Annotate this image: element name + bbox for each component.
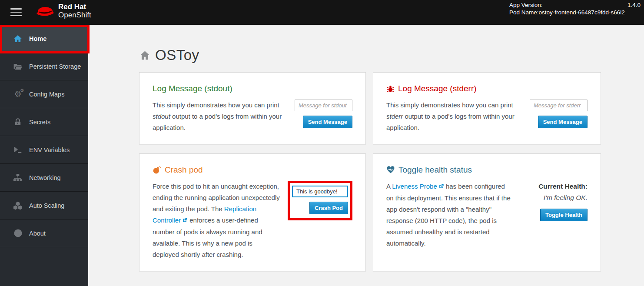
terminal-icon xyxy=(12,145,24,155)
card-title-text: Log Message (stderr) xyxy=(398,84,477,93)
card-title-crash: Crash pod xyxy=(153,165,352,175)
stderr-controls: Send Message xyxy=(530,100,588,133)
card-title-text: Toggle health status xyxy=(398,165,472,175)
sidebar-item-config-maps[interactable]: ⚙⚙ Config Maps xyxy=(0,80,88,108)
current-health-value: I'm feeling OK. xyxy=(544,192,588,203)
crash-message-input[interactable] xyxy=(292,186,348,197)
sidebar-item-label: ENV Variables xyxy=(29,146,70,153)
health-status-panel: Current Health: I'm feeling OK. Toggle H… xyxy=(521,181,588,249)
crash-pod-button[interactable]: Crash Pod xyxy=(309,202,348,214)
header-app-info: App Version: 1.4.0 Pod Name:ostoy-fronte… xyxy=(509,1,641,16)
current-health-label: Current Health: xyxy=(538,181,588,192)
info-circle-icon xyxy=(12,229,24,238)
hamburger-menu-icon[interactable] xyxy=(10,8,22,16)
card-log-stdout: Log Message (stdout) This simply demonst… xyxy=(139,72,366,144)
cubes-icon xyxy=(12,201,24,210)
home-icon xyxy=(12,34,24,43)
card-body-text: Force this pod to hit an uncaught except… xyxy=(153,181,288,260)
redhat-fedora-icon xyxy=(35,4,54,18)
bug-icon xyxy=(386,85,395,93)
sitemap-icon xyxy=(12,173,24,183)
app-version-value: 1.4.0 xyxy=(627,1,641,9)
home-icon xyxy=(139,50,151,61)
toggle-health-button[interactable]: Toggle Health xyxy=(540,209,588,221)
main-content: OSToy Log Message (stdout) This simply d… xyxy=(88,25,644,286)
body-segment: This simply demonstrates how you can pri… xyxy=(386,101,513,109)
send-stderr-button[interactable]: Send Message xyxy=(538,116,588,128)
stderr-message-input[interactable] xyxy=(530,100,588,111)
body-emphasis: stdout xyxy=(153,113,170,120)
sidebar-item-auto-scaling[interactable]: Auto Scaling xyxy=(0,192,88,219)
sidebar-item-label: Persistent Storage xyxy=(29,63,81,70)
app-version-label: App Version: xyxy=(509,1,543,9)
card-grid: Log Message (stdout) This simply demonst… xyxy=(139,72,601,271)
sidebar-nav: Home Persistent Storage ⚙⚙ Config Maps S… xyxy=(0,25,88,286)
sidebar-item-label: Networking xyxy=(29,174,61,181)
sidebar-item-label: Auto Scaling xyxy=(29,202,64,209)
redhat-openshift-logo: Red Hat OpenShift xyxy=(35,3,91,19)
body-segment: output to a pod's logs from within your … xyxy=(386,113,515,131)
card-crash-pod: Crash pod Force this pod to hit an uncau… xyxy=(139,153,366,271)
sidebar-item-home[interactable]: Home xyxy=(0,25,88,53)
sidebar-item-persistent-storage[interactable]: Persistent Storage xyxy=(0,53,88,80)
lock-icon xyxy=(12,118,24,126)
card-title-health: Toggle health status xyxy=(386,165,588,175)
sidebar-item-about[interactable]: About xyxy=(0,219,88,247)
folder-open-icon xyxy=(12,62,24,71)
sidebar-item-label: Secrets xyxy=(29,119,50,126)
page-title-text: OSToy xyxy=(155,47,199,63)
bomb-icon xyxy=(153,166,161,174)
sidebar-item-secrets[interactable]: Secrets xyxy=(0,108,88,136)
top-masthead: Red Hat OpenShift App Version: 1.4.0 Pod… xyxy=(0,0,644,25)
sidebar-item-label: Config Maps xyxy=(29,91,64,98)
pod-name-label: Pod Name: xyxy=(509,9,539,16)
sidebar-item-networking[interactable]: Networking xyxy=(0,164,88,192)
liveness-probe-link[interactable]: Liveness Probe xyxy=(392,183,437,190)
pod-name-value: ostoy-frontend-66487c9fdd-s66l2 xyxy=(539,9,625,16)
card-body-text: This simply demonstrates how you can pri… xyxy=(386,100,530,133)
body-segment: Force this pod to hit an uncaught except… xyxy=(153,183,280,213)
body-segment: This simply demonstrates how you can pri… xyxy=(153,101,279,109)
sidebar-item-env-variables[interactable]: ENV Variables xyxy=(0,136,88,164)
gears-icon: ⚙⚙ xyxy=(12,90,24,98)
card-body-text: A Liveness Probe has been configured on … xyxy=(386,181,521,249)
card-log-stderr: Log Message (stderr) This simply demonst… xyxy=(373,72,601,144)
external-link-icon xyxy=(438,181,444,193)
card-body-text: This simply demonstrates how you can pri… xyxy=(153,100,295,133)
body-emphasis: stderr xyxy=(386,113,403,120)
brand-text: Red Hat OpenShift xyxy=(58,3,91,19)
external-link-icon xyxy=(182,215,188,226)
card-title-stderr: Log Message (stderr) xyxy=(386,84,588,93)
card-title-stdout: Log Message (stdout) xyxy=(153,84,352,93)
card-toggle-health: Toggle health status A Liveness Probe ha… xyxy=(373,153,601,271)
brand-line-redhat: Red Hat xyxy=(58,3,91,11)
brand-line-openshift: OpenShift xyxy=(58,11,91,19)
sidebar-item-label: About xyxy=(29,230,46,237)
card-title-text: Log Message (stdout) xyxy=(153,84,232,93)
page-title: OSToy xyxy=(139,47,644,63)
stdout-message-input[interactable] xyxy=(295,100,352,111)
body-segment: output to a pod's logs from within your … xyxy=(153,113,282,131)
send-stdout-button[interactable]: Send Message xyxy=(303,116,352,128)
crash-controls: Crash Pod xyxy=(288,181,352,260)
body-segment: A xyxy=(386,183,392,190)
card-title-text: Crash pod xyxy=(165,165,203,175)
heartbeat-icon xyxy=(386,166,395,174)
body-segment: has been configured on this deployment. … xyxy=(386,183,511,247)
stdout-controls: Send Message xyxy=(295,100,352,133)
sidebar-item-label: Home xyxy=(29,35,46,42)
annotation-box-crash: Crash Pod xyxy=(288,181,352,220)
